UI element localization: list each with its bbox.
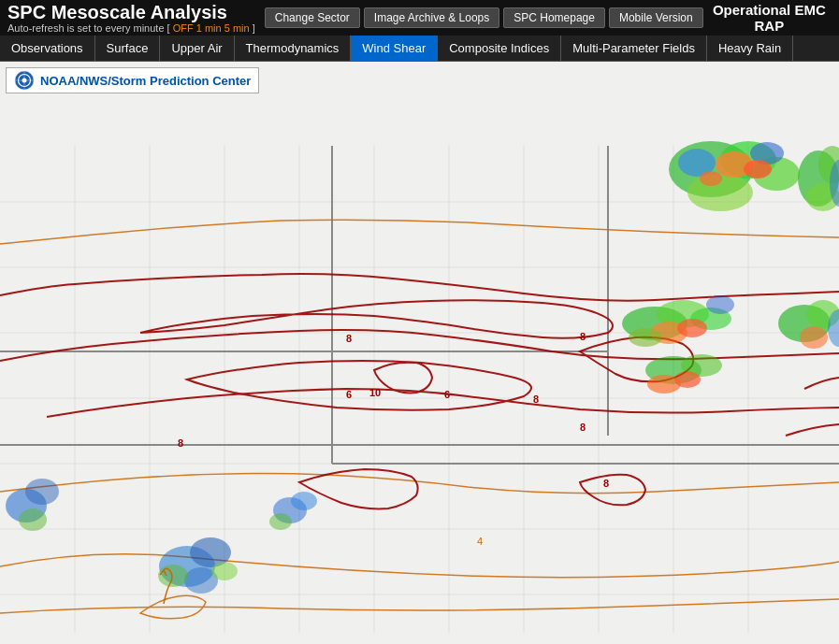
header-nav: Change Sector Image Archive & Loops SPC … — [265, 2, 832, 34]
nav-composite-indices[interactable]: Composite Indices — [438, 36, 561, 61]
spc-homepage-btn[interactable]: SPC Homepage — [503, 7, 605, 28]
contour-label-8a: 8 — [178, 437, 183, 449]
noaa-logo-icon — [14, 70, 35, 91]
noaa-banner: NOAA/NWS/Storm Prediction Center — [6, 67, 259, 93]
contour-label-4: 4 — [477, 536, 483, 547]
site-title: SPC Mesoscale Analysis — [7, 2, 255, 22]
svg-point-43 — [677, 319, 707, 337]
change-sector-btn[interactable]: Change Sector — [265, 7, 360, 28]
svg-point-33 — [744, 160, 772, 179]
contour-label-6a: 6 — [444, 389, 450, 400]
header: SPC Mesoscale Analysis Auto-refresh is s… — [0, 0, 839, 36]
nav-wind-shear[interactable]: Wind Shear — [351, 36, 438, 61]
nav-thermodynamics[interactable]: Thermodynamics — [235, 36, 352, 61]
1min-link[interactable]: 1 min — [196, 22, 222, 34]
5min-link[interactable]: 5 min — [224, 22, 250, 34]
svg-point-55 — [25, 479, 59, 505]
contour-label-8d: 8 — [580, 422, 586, 433]
contour-label-8e: 8 — [603, 478, 609, 489]
svg-point-52 — [800, 326, 828, 349]
nav-upper-air[interactable]: Upper Air — [160, 36, 234, 61]
svg-point-56 — [19, 508, 47, 531]
mobile-version-btn[interactable]: Mobile Version — [609, 7, 703, 28]
off-link[interactable]: OFF — [173, 22, 194, 34]
svg-point-34 — [700, 171, 722, 186]
svg-point-64 — [269, 513, 292, 530]
contour-label-8f: 8 — [533, 394, 539, 405]
svg-point-63 — [291, 492, 317, 510]
nav-observations[interactable]: Observations — [0, 36, 95, 61]
contour-label-10: 10 — [369, 387, 381, 398]
contour-label-6b: 6 — [346, 389, 352, 400]
contour-label-8c: 8 — [580, 331, 586, 342]
nav-bar: Observations Surface Upper Air Thermodyn… — [0, 36, 839, 62]
map-visualization: 8 10 6 6 8 8 8 8 8 4 — [0, 62, 839, 644]
noaa-label: NOAA/NWS/Storm Prediction Center — [40, 74, 251, 88]
nav-multi-parameter[interactable]: Multi-Parameter Fields — [561, 36, 707, 61]
subtitle-line: Auto-refresh is set to every minute [ OF… — [7, 22, 255, 34]
svg-point-44 — [629, 328, 662, 347]
map-container: NOAA/NWS/Storm Prediction Center — [0, 62, 839, 644]
contour-label-8b: 8 — [346, 333, 352, 344]
nav-surface[interactable]: Surface — [95, 36, 161, 61]
center-title: Operational EMC RAP — [707, 2, 832, 34]
svg-point-49 — [674, 371, 701, 388]
title-block: SPC Mesoscale Analysis Auto-refresh is s… — [7, 2, 255, 34]
svg-point-61 — [211, 562, 238, 580]
image-archive-btn[interactable]: Image Archive & Loops — [364, 7, 499, 28]
svg-point-60 — [158, 565, 188, 587]
svg-point-45 — [706, 295, 734, 314]
nav-heavy-rain[interactable]: Heavy Rain — [707, 36, 793, 61]
